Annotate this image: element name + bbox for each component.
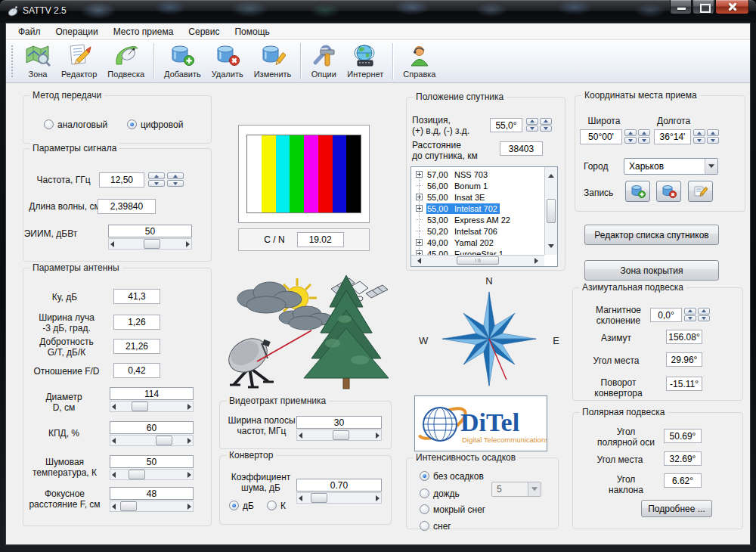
toolbar-grip[interactable] xyxy=(11,45,14,78)
satellite-row[interactable]: 55,00Insat 3E xyxy=(411,191,544,203)
scroll-left-icon[interactable] xyxy=(414,258,421,264)
spin-up-button[interactable] xyxy=(638,129,650,136)
chevron-down-icon[interactable] xyxy=(705,159,717,174)
slider-right-arrow-icon[interactable] xyxy=(186,241,190,247)
satellite-row-selected[interactable]: 55,00Intelsat 702 xyxy=(411,203,544,214)
spin-down-button[interactable] xyxy=(167,180,184,187)
slider-thumb[interactable] xyxy=(333,430,349,440)
quality-field[interactable]: 21,26 xyxy=(113,339,160,354)
slider-thumb[interactable] xyxy=(129,470,145,479)
toolbar-zone-button[interactable]: Зона xyxy=(20,42,56,81)
spin-down-button[interactable] xyxy=(684,315,696,322)
spin-down-button[interactable] xyxy=(693,137,705,144)
toolbar-edit-button[interactable]: Изменить xyxy=(249,42,297,81)
radio-digital[interactable]: цифровой xyxy=(127,119,183,130)
coverage-zone-button[interactable]: Зона покрытия xyxy=(584,260,719,281)
scroll-up-icon[interactable] xyxy=(548,171,554,178)
slider-thumb[interactable] xyxy=(144,239,160,249)
noise-temp-slider-track[interactable] xyxy=(110,469,194,480)
spin-up-button[interactable] xyxy=(167,172,184,179)
bandwidth-slider-track[interactable] xyxy=(296,430,382,441)
spin-up-button[interactable] xyxy=(707,129,719,136)
slider-thumb[interactable] xyxy=(132,402,148,411)
satellite-row[interactable]: 49,00Yamal 202 xyxy=(411,237,544,248)
toolbar-internet-button[interactable]: Интернет xyxy=(342,42,389,81)
slider-right-arrow-icon[interactable] xyxy=(187,472,191,478)
slider-left-arrow-icon[interactable] xyxy=(112,404,116,410)
toolbar-options-button[interactable]: Опции xyxy=(305,42,342,81)
close-button[interactable] xyxy=(715,0,749,14)
menu-file[interactable]: Файл xyxy=(11,24,48,39)
menu-operations[interactable]: Операции xyxy=(48,24,106,39)
spin-up-button[interactable] xyxy=(526,118,538,125)
radio-analog[interactable]: аналоговый xyxy=(44,119,107,130)
focal-slider-track[interactable] xyxy=(110,501,194,512)
efficiency-slider-track[interactable] xyxy=(110,435,194,446)
slider-right-arrow-icon[interactable] xyxy=(376,433,380,439)
horizontal-scrollbar[interactable] xyxy=(411,255,544,266)
slider-left-arrow-icon[interactable] xyxy=(299,495,302,501)
scroll-down-icon[interactable] xyxy=(548,244,554,251)
maximize-button[interactable] xyxy=(692,0,714,14)
radio-rain[interactable]: дождь xyxy=(420,488,460,499)
spin-up-button[interactable] xyxy=(540,118,552,125)
position-field[interactable]: 55,0° xyxy=(490,118,522,132)
fd-field[interactable]: 0,42 xyxy=(113,363,160,378)
city-combo[interactable]: Харьков xyxy=(624,158,718,175)
satellite-row[interactable]: 53,00Express AM 22 xyxy=(411,214,544,225)
menu-service[interactable]: Сервис xyxy=(181,24,227,39)
minimize-button[interactable] xyxy=(670,0,692,14)
spin-up-button[interactable] xyxy=(698,308,710,315)
scrollbar-thumb[interactable] xyxy=(547,199,556,223)
expand-icon[interactable] xyxy=(416,171,423,178)
slider-left-arrow-icon[interactable] xyxy=(112,438,116,444)
satellite-row[interactable]: 45,00EuropeStar 1 xyxy=(411,248,544,255)
slider-left-arrow-icon[interactable] xyxy=(299,433,302,439)
frequency-field[interactable]: 12,50 xyxy=(99,172,144,188)
spin-down-button[interactable] xyxy=(526,126,538,132)
slider-left-arrow-icon[interactable] xyxy=(112,504,116,510)
spin-down-button[interactable] xyxy=(638,137,650,144)
slider-thumb[interactable] xyxy=(120,501,137,511)
scrollbar-thumb[interactable] xyxy=(457,256,499,265)
satellite-list[interactable]: 57,00NSS 703 56,00Bonum 1 55,00Insat 3E … xyxy=(411,166,558,267)
satellite-row[interactable]: 57,00NSS 703 xyxy=(411,169,544,180)
satellite-list-editor-button[interactable]: Редактор списка спутников xyxy=(584,225,719,245)
spin-down-button[interactable] xyxy=(624,137,637,144)
spin-up-button[interactable] xyxy=(624,129,637,136)
slider-right-arrow-icon[interactable] xyxy=(187,438,191,444)
expand-icon[interactable] xyxy=(416,239,423,246)
slider-left-arrow-icon[interactable] xyxy=(110,241,114,247)
toolbar-help-button[interactable]: Справка xyxy=(398,42,441,81)
toolbar-delete-button[interactable]: Удалить xyxy=(206,42,249,81)
menu-location[interactable]: Место приема xyxy=(106,24,181,39)
record-delete-button[interactable] xyxy=(656,181,681,202)
vertical-scrollbar[interactable] xyxy=(544,167,557,255)
satellite-row[interactable]: 50,20Intelsat 706 xyxy=(411,225,544,237)
eirp-slider-track[interactable] xyxy=(108,238,192,250)
scroll-right-icon[interactable] xyxy=(534,258,541,264)
wavelength-field[interactable]: 2,39840 xyxy=(98,199,156,214)
spin-down-button[interactable] xyxy=(707,137,719,144)
expand-icon[interactable] xyxy=(416,205,423,212)
toolbar-editor-button[interactable]: Редактор xyxy=(56,42,102,81)
spin-up-button[interactable] xyxy=(148,172,165,179)
beamwidth-field[interactable]: 1,26 xyxy=(113,315,160,330)
converter-noise-slider-track[interactable] xyxy=(296,492,382,504)
spin-down-button[interactable] xyxy=(698,315,710,322)
radio-snow[interactable]: снег xyxy=(420,520,451,532)
gain-field[interactable]: 41,3 xyxy=(113,289,160,304)
record-add-button[interactable] xyxy=(625,181,650,202)
spin-down-button[interactable] xyxy=(148,180,165,187)
radio-no-precipitation[interactable]: без осадков xyxy=(420,470,484,482)
slider-right-arrow-icon[interactable] xyxy=(376,495,380,501)
details-button[interactable]: Подробнее ... xyxy=(641,500,712,517)
satellite-row[interactable]: 56,00Bonum 1 xyxy=(411,180,544,191)
record-edit-button[interactable] xyxy=(688,181,713,202)
chevron-down-icon[interactable] xyxy=(528,482,541,496)
diameter-slider-track[interactable] xyxy=(110,401,194,412)
toolbar-mount-button[interactable]: Подвеска xyxy=(102,42,150,81)
rain-rate-combo[interactable]: 5 xyxy=(491,482,541,497)
expand-icon[interactable] xyxy=(416,194,423,200)
toolbar-add-button[interactable]: Добавить xyxy=(159,42,206,81)
